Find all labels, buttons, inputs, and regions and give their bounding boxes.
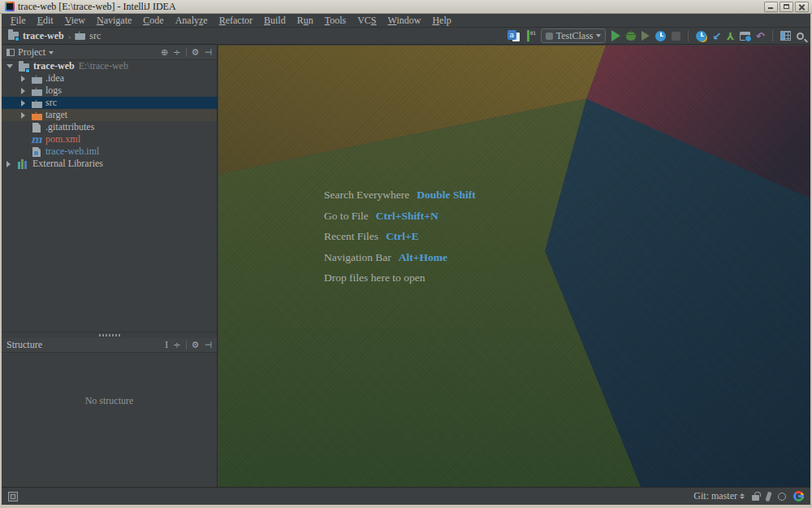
debug-button[interactable] (626, 32, 636, 41)
tree-row-iml[interactable]: trace-web.iml (2, 145, 217, 158)
run-with-coverage-button[interactable] (641, 31, 650, 41)
project-panel-icon (6, 49, 15, 56)
run-configuration-select[interactable]: TestClass (541, 28, 607, 43)
menu-view[interactable]: View (59, 14, 91, 27)
update-project-icon[interactable]: ↙ (712, 31, 721, 41)
menu-navigate[interactable]: Navigate (91, 14, 137, 27)
breadcrumb-src[interactable]: src (89, 30, 101, 42)
project-tree: trace-webE:\trace-web .idea logs src (2, 60, 217, 170)
tree-label: trace-webE:\trace-web (33, 60, 128, 72)
maven-icon: m (31, 135, 41, 145)
bytecode-viewer-icon[interactable] (525, 30, 535, 41)
settings-gear-icon[interactable]: ⚙ (192, 47, 200, 58)
menu-help[interactable]: Help (426, 14, 456, 27)
rollback-icon[interactable]: ↶ (756, 31, 765, 41)
chevron-collapsed-icon[interactable] (21, 112, 25, 119)
maximize-button[interactable] (780, 2, 793, 12)
search-everywhere-icon[interactable] (797, 33, 804, 40)
toolwindow-switcher-icon[interactable] (8, 492, 18, 501)
translation-plugin-icon[interactable] (508, 30, 520, 41)
hint-label: Recent Files (324, 230, 378, 242)
hide-panel-icon[interactable]: ⊣ (204, 47, 212, 58)
window-title: trace-web [E:\trace-web] - IntelliJ IDEA (18, 0, 176, 14)
excluded-folder-icon (32, 112, 42, 120)
locate-icon[interactable]: ⊕ (161, 47, 168, 58)
menu-tools[interactable]: Tools (319, 14, 352, 27)
expand-all-icon[interactable]: I (165, 340, 168, 350)
close-button[interactable] (795, 2, 809, 12)
hint-label: Navigation Bar (324, 251, 391, 263)
menu-file[interactable]: File (5, 14, 32, 27)
menu-code[interactable]: Code (137, 14, 169, 27)
tree-row-idea[interactable]: .idea (2, 72, 217, 85)
structure-panel-body: No structure (2, 353, 217, 487)
menu-refactor[interactable]: Refactor (214, 14, 258, 27)
intellij-logo-icon (5, 2, 15, 11)
wallpaper-texture (218, 46, 810, 487)
chevron-down-icon[interactable] (49, 51, 54, 54)
commit-changes-icon[interactable]: Y (727, 31, 734, 41)
folder-icon (32, 88, 42, 96)
tree-row-pom[interactable]: m pom.xml (2, 133, 217, 145)
main-area: Project ⊕ ÷ ⚙ ⊣ trace-webE:\trace-web (2, 46, 810, 487)
window-controls (764, 2, 809, 12)
tree-label: .idea (45, 72, 64, 85)
tree-row-target[interactable]: target (2, 109, 217, 121)
chevron-expanded-icon[interactable] (6, 64, 13, 68)
tree-row-project-root[interactable]: trace-webE:\trace-web (2, 60, 217, 72)
recent-changes-icon[interactable] (740, 32, 750, 41)
menu-build[interactable]: Build (258, 14, 292, 27)
minimize-button[interactable] (764, 2, 778, 12)
panel-splitter[interactable] (2, 332, 217, 338)
hint-shortcut: Double Shift (417, 189, 475, 201)
hint-label: Go to File (324, 210, 369, 222)
editor-area[interactable]: Search EverywhereDouble Shift Go to File… (218, 46, 810, 487)
libraries-icon (18, 159, 28, 169)
project-panel-header[interactable]: Project ⊕ ÷ ⚙ ⊣ (2, 46, 217, 60)
highlighting-level-icon[interactable] (765, 491, 771, 501)
hide-panel-icon[interactable]: ⊣ (204, 340, 212, 350)
tree-row-logs[interactable]: logs (2, 85, 217, 97)
chevron-collapsed-icon[interactable] (21, 88, 25, 94)
tree-label: logs (45, 85, 62, 97)
left-panel: Project ⊕ ÷ ⚙ ⊣ trace-webE:\trace-web (2, 46, 218, 487)
file-icon (32, 123, 41, 132)
structure-panel-title: Structure (6, 339, 42, 351)
table-grid-icon[interactable] (780, 31, 791, 41)
menu-run[interactable]: Run (292, 14, 319, 27)
menu-analyze[interactable]: Analyze (170, 14, 214, 27)
tree-row-src[interactable]: src (2, 97, 217, 109)
run-config-class-icon (546, 33, 553, 40)
toolbar-separator (688, 30, 689, 41)
tree-label: src (45, 97, 57, 109)
tree-label: target (45, 109, 67, 121)
tree-row-gitattributes[interactable]: .gitattributes (2, 121, 217, 133)
menu-window[interactable]: Window (382, 14, 427, 27)
chevron-collapsed-icon[interactable] (21, 100, 25, 106)
collapse-all-icon[interactable]: ÷ (173, 340, 180, 350)
tree-row-external-libraries[interactable]: External Libraries (2, 158, 217, 170)
menu-vcs[interactable]: VCS (352, 14, 382, 27)
breadcrumb-project[interactable]: trace-web (23, 30, 64, 42)
unlock-icon[interactable] (752, 495, 759, 501)
splitter-handle-icon[interactable] (99, 334, 120, 336)
settings-gear-icon[interactable]: ⚙ (192, 340, 200, 350)
notifications-icon[interactable] (778, 493, 786, 501)
menu-edit[interactable]: Edit (32, 14, 59, 27)
google-g-icon[interactable] (793, 491, 804, 501)
run-button[interactable] (611, 30, 620, 41)
async-profiler-button[interactable] (696, 31, 706, 41)
structure-panel-header[interactable]: Structure I ÷ ⚙ ⊣ (2, 338, 217, 353)
hint-label: Drop files here to open (324, 271, 425, 284)
folder-icon (75, 32, 85, 40)
shortcut-hints: Search EverywhereDouble Shift Go to File… (324, 189, 476, 293)
profiler-button[interactable] (655, 31, 666, 41)
git-branch-widget[interactable]: Git: master (693, 490, 745, 502)
collapse-all-icon[interactable]: ÷ (173, 47, 180, 58)
hint-shortcut: Ctrl+Shift+N (376, 210, 438, 222)
chevron-collapsed-icon[interactable] (21, 76, 25, 82)
chevron-collapsed-icon[interactable] (6, 161, 11, 167)
title-bar[interactable]: trace-web [E:\trace-web] - IntelliJ IDEA (0, 0, 812, 14)
folder-icon (32, 100, 42, 108)
toolbar-separator (772, 30, 773, 41)
